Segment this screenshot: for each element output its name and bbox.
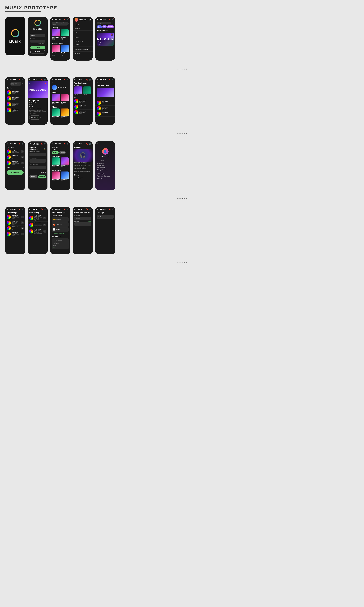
detail-hamburger[interactable]: ≡ bbox=[29, 78, 30, 81]
up-bookmark-icon[interactable]: 🔖 bbox=[86, 208, 88, 210]
results-cart-icon[interactable]: 🛒 bbox=[22, 79, 24, 81]
owned-price-btn-2[interactable]: $ bbox=[21, 221, 24, 224]
cart-hamburger[interactable]: ≡ bbox=[7, 143, 8, 145]
about-cart-icon[interactable]: 🛒 bbox=[89, 143, 91, 145]
order-hamburger[interactable]: ≡ bbox=[29, 208, 30, 210]
up-password-input[interactable] bbox=[74, 222, 91, 226]
hamburger-icon[interactable]: ≡ bbox=[52, 18, 53, 20]
menu-item-search[interactable]: Search bbox=[73, 23, 93, 27]
bm-f1-song-2[interactable]: Song Name Artist Name Price $ bbox=[95, 106, 115, 111]
artist-album-1[interactable]: Song Name Artist bbox=[52, 108, 60, 119]
bookmarks-hamburger[interactable]: ≡ bbox=[74, 78, 76, 81]
profile-owned-songs[interactable]: Owned Songs bbox=[97, 164, 113, 167]
menu-close-button[interactable]: ✕ bbox=[89, 19, 91, 21]
detail-bookmark-btn[interactable]: 🔖 bbox=[44, 82, 47, 84]
detail-cart-icon[interactable]: 🛒 bbox=[44, 79, 46, 81]
bm-f1-song-1[interactable]: Song Name Artist Name Price $ bbox=[95, 100, 115, 106]
owned-bookmark-icon[interactable]: 🔖 bbox=[18, 208, 20, 210]
billing-cart-icon[interactable]: 🛒 bbox=[66, 208, 69, 210]
about-hamburger[interactable]: ≡ bbox=[74, 143, 76, 145]
cart-item-1[interactable]: Song Name Artist Name Type: Mechanical L… bbox=[5, 149, 25, 154]
cart-icon[interactable]: 🛒 bbox=[66, 18, 69, 20]
security-input[interactable] bbox=[29, 166, 46, 169]
discover-popular-1[interactable]: Song Name Artist bbox=[52, 157, 60, 168]
home-search[interactable]: Search by song, artist, or album bbox=[52, 22, 69, 26]
recent-card-2[interactable]: Song Name Artist Price bbox=[61, 45, 69, 56]
bookmark-icon[interactable]: 🔖 bbox=[64, 18, 65, 20]
lang-bookmark-icon[interactable]: 🔖 bbox=[109, 208, 111, 210]
result-item-1[interactable]: Song Name Artist Name Price $ bbox=[6, 89, 24, 95]
up-cart-icon[interactable]: 🛒 bbox=[89, 208, 91, 210]
forgot-password[interactable]: Forgot Password bbox=[30, 43, 45, 44]
billing-addr-edit[interactable]: Edit bbox=[53, 247, 67, 248]
detail-back-btn[interactable]: ← bbox=[29, 82, 30, 84]
username-input[interactable] bbox=[30, 34, 45, 37]
trending-card-2[interactable]: Song Name Artist Price bbox=[61, 29, 69, 40]
cart-cart-icon[interactable]: 🛒 bbox=[22, 143, 24, 145]
order-item-1[interactable]: Song Name Artist Name Mechanical License… bbox=[28, 214, 48, 222]
cart-price-btn-3[interactable]: $ bbox=[21, 162, 24, 164]
language-dropdown[interactable]: English Spanish French German Japanese bbox=[97, 215, 114, 219]
cart-item-2[interactable]: Song Name Artist Name Type: Mechanical L… bbox=[5, 154, 25, 160]
checkout-button[interactable]: Check out bbox=[7, 170, 24, 175]
artist-cart-icon[interactable]: 🛒 bbox=[66, 79, 69, 81]
payment-cart-icon[interactable]: 🛒 bbox=[44, 143, 46, 145]
bm-f1-song-3[interactable]: Song Name Artist Name Price... bbox=[95, 111, 115, 117]
discover-popular-2[interactable]: Song Name Artist bbox=[61, 157, 69, 168]
cart-price-btn-1[interactable]: $ bbox=[21, 150, 24, 153]
owned-price-btn-4[interactable]: $ bbox=[21, 233, 24, 235]
artist-album-2[interactable]: Song Name Artist bbox=[61, 108, 69, 119]
detail-bookmark-icon[interactable]: 🔖 bbox=[41, 79, 43, 81]
owned-item-3[interactable]: Song Name Artist Name Type: Mechanical L… bbox=[5, 226, 25, 231]
pm-card[interactable]: 💳 •••• 5798 › bbox=[52, 217, 69, 222]
menu-item-owned-songs[interactable]: Owned Songs bbox=[73, 39, 93, 43]
artist-song-2[interactable]: Song Name Artist bbox=[61, 94, 69, 104]
discover-filter-cart-icon[interactable]: 🛒 bbox=[112, 18, 114, 20]
bm-song-3[interactable]: Song Name Artist Name Price... bbox=[73, 109, 93, 115]
about-bookmark-icon[interactable]: 🔖 bbox=[86, 143, 88, 145]
recommended-card[interactable]: PRESSURE 🔖 Song Name Artist Name Price $ bbox=[97, 33, 114, 46]
bm-folder1-back-btn[interactable]: ← bbox=[95, 81, 115, 84]
owned-item-2[interactable]: Song Name Artist Name Type: Master Licen… bbox=[5, 220, 25, 226]
artist-hamburger[interactable]: ≡ bbox=[52, 78, 53, 81]
order-item-2[interactable]: Song Name Artist Name Mechanical License… bbox=[28, 222, 48, 228]
bookmarks-bookmark-icon[interactable]: 🔖 bbox=[86, 79, 88, 81]
order-bookmark-icon[interactable]: 🔖 bbox=[41, 208, 43, 210]
menu-item-language[interactable]: Languge bbox=[73, 52, 93, 55]
profile-hamburger[interactable]: ≡ bbox=[97, 143, 98, 145]
discover-recent-1[interactable]: Song Name Artist bbox=[52, 172, 60, 182]
artist-bookmark-icon[interactable]: 🔖 bbox=[64, 79, 65, 81]
bm-song-1[interactable]: Song Name Artist Name Price $ bbox=[73, 98, 93, 104]
discover-genres-hamburger[interactable]: ≡ bbox=[52, 143, 53, 145]
up-change-btn[interactable]: Change bbox=[88, 221, 91, 222]
payment-bookmark-icon[interactable]: 🔖 bbox=[41, 143, 43, 145]
credit-card-input[interactable] bbox=[29, 153, 46, 156]
trending-card-1[interactable]: Song Name Artist Price bbox=[52, 29, 60, 40]
pay-now-button[interactable]: Pay now bbox=[38, 175, 46, 178]
cancel-button[interactable]: Cancel bbox=[29, 175, 37, 178]
profile-language[interactable]: Languge bbox=[97, 177, 113, 179]
recent-card-1[interactable]: Song Name Artist Price bbox=[52, 45, 60, 56]
artist-back-btn[interactable]: ← bbox=[50, 81, 70, 84]
artist-song-1[interactable]: Song Name Artist bbox=[52, 94, 60, 104]
result-item-2[interactable]: Song Name Artist Name Price $ bbox=[6, 95, 24, 101]
payment-hamburger[interactable]: ≡ bbox=[29, 143, 31, 145]
add-to-cart-button[interactable]: Add to cart + bbox=[29, 115, 40, 120]
discover-filter-hamburger[interactable]: ≡ bbox=[97, 18, 98, 20]
results-search-input[interactable]: Song, artist, or album bbox=[10, 82, 21, 86]
billing-bookmark-icon[interactable]: 🔖 bbox=[64, 208, 65, 210]
bm-folder1-cart-icon[interactable]: 🛒 bbox=[112, 79, 114, 81]
menu-item-discover[interactable]: Discover bbox=[73, 27, 93, 30]
result-item-3[interactable]: Song Name Artist Name Price $ bbox=[6, 101, 24, 107]
order-price-btn-2[interactable]: $ bbox=[43, 224, 46, 226]
discover-recent-2[interactable]: Song Name Artist bbox=[61, 172, 69, 182]
menu-item-profile[interactable]: Profile bbox=[73, 35, 93, 39]
pm-paypal[interactable]: 🅿 PayPal › bbox=[52, 228, 69, 232]
cart-bookmark-icon[interactable]: 🔖 bbox=[18, 143, 20, 145]
billing-hamburger[interactable]: ≡ bbox=[52, 208, 53, 210]
expiration-input[interactable] bbox=[29, 159, 46, 162]
results-filter-icon[interactable]: ⚙ bbox=[22, 83, 24, 85]
results-hamburger[interactable]: ≡ bbox=[7, 78, 8, 81]
folder-card-1[interactable]: Folder 1 bbox=[74, 86, 82, 95]
results-back-arrow[interactable]: ← bbox=[7, 83, 9, 85]
